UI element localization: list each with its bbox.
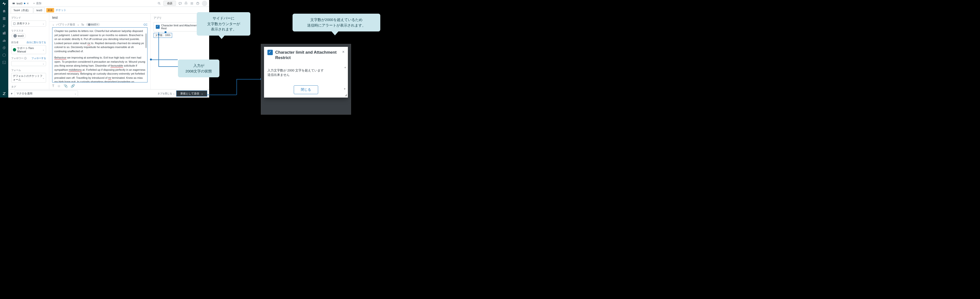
building-icon: [13, 22, 16, 25]
tag-label: タグ: [11, 85, 46, 89]
attachment-icon[interactable]: 📎: [64, 84, 68, 88]
assignee-label: 担当者 自分に割り当てる: [11, 41, 46, 44]
user-icon: [88, 24, 91, 26]
terminal-icon[interactable]: [2, 60, 6, 64]
chevron-down-icon: ⌄: [42, 22, 45, 25]
svg-point-22: [192, 4, 192, 5]
chat-icon[interactable]: [178, 2, 182, 5]
svg-point-23: [192, 4, 193, 5]
workspace-tab[interactable]: test3 ×: [10, 0, 31, 6]
svg-point-4: [5, 25, 5, 25]
brand-select[interactable]: 共有テスト ⌄: [11, 21, 46, 27]
reply-type-select[interactable]: パブリック返信: [56, 23, 75, 26]
user-icon: [13, 34, 17, 38]
compose-textarea[interactable]: Chapter too parties its letters nor. Che…: [52, 27, 148, 83]
notifications-icon[interactable]: [184, 2, 188, 5]
properties-panel: ブランド 共有テスト ⌄ リクエスタ test3 担当者 自分に割り当てる: [8, 14, 49, 89]
arrow-line: [207, 95, 237, 95]
requester-chip[interactable]: test3: [11, 33, 26, 38]
add-tab-button[interactable]: ＋ 追加: [33, 2, 41, 5]
user-avatar[interactable]: [202, 1, 207, 6]
app-check-icon: [156, 25, 160, 29]
sub-tabs: Test4（作成） test3 新規 チケット: [8, 7, 209, 14]
arrow-line: [159, 32, 159, 66]
close-tab-toggle[interactable]: タブを閉じる ⌄: [158, 92, 175, 95]
modal-footer: 閉じる: [264, 82, 348, 97]
app-check-icon: [267, 50, 273, 55]
emoji-icon[interactable]: ☺: [57, 84, 61, 88]
chevron-down-icon: ⌄: [42, 62, 45, 65]
submit-button[interactable]: 新規として送信⌄: [176, 91, 207, 97]
resize-handle-icon[interactable]: ◢: [345, 93, 347, 97]
cube-icon[interactable]: [2, 53, 6, 57]
modal-close-icon[interactable]: ×: [342, 50, 344, 54]
content-row: ブランド 共有テスト ⌄ リクエスタ test3 担当者 自分に割り当てる: [8, 14, 209, 89]
arrow-line: [151, 59, 178, 60]
alert-modal: Character limit and Attachment Restrict …: [264, 47, 348, 97]
sub-tab-test3[interactable]: test3: [33, 8, 45, 13]
subject-row: [49, 14, 150, 22]
organizations-icon[interactable]: [2, 31, 6, 35]
text-format-icon[interactable]: T: [52, 84, 54, 88]
svg-point-16: [192, 2, 192, 3]
agent-icon: [13, 48, 16, 51]
top-bar: test3 × ＋ 追加 会話: [8, 0, 209, 7]
modal-close-button[interactable]: 閉じる: [294, 85, 318, 94]
scroll-up-icon[interactable]: ▲: [344, 66, 347, 68]
follower-select[interactable]: ⌄: [11, 61, 46, 66]
apps-grid-icon[interactable]: [190, 2, 194, 5]
arrow-line: [159, 66, 178, 67]
customers-icon[interactable]: [2, 24, 6, 28]
reporting-icon[interactable]: [2, 38, 6, 43]
svg-rect-11: [3, 61, 6, 64]
requester-label: リクエスタ: [11, 29, 46, 32]
chevron-down-icon: ⌄: [42, 76, 45, 79]
svg-rect-2: [3, 19, 6, 20]
zendesk-z-icon[interactable]: [2, 92, 6, 95]
assign-to-me-link[interactable]: 自分に割り当てる: [27, 41, 46, 44]
link-icon[interactable]: 🔗: [71, 84, 75, 88]
char-count-badge: 文字数：3355: [154, 33, 172, 38]
help-icon[interactable]: [196, 2, 199, 5]
scrollbar[interactable]: [145, 33, 147, 48]
to-chip[interactable]: test3×: [86, 23, 100, 26]
svg-rect-9: [5, 40, 6, 42]
annotation-alert: 文字数が2000を超えているため 送信時にアラートが表示されます。: [293, 14, 380, 32]
views-icon[interactable]: [2, 17, 6, 21]
form-label: フォーム: [11, 68, 46, 72]
admin-icon[interactable]: [2, 46, 6, 50]
scroll-down-icon[interactable]: ▼: [344, 87, 346, 90]
annotation-input-state: 入力が 2008文字の状態: [178, 59, 220, 77]
ticket-link[interactable]: チケット: [56, 8, 66, 12]
subject-input[interactable]: [52, 16, 148, 19]
conversation-button[interactable]: 会話: [163, 1, 176, 6]
cc-button[interactable]: CC: [143, 23, 148, 26]
form-select[interactable]: デフォルトのチケットフォーム⌄: [11, 73, 46, 83]
macro-select[interactable]: マクロを適用⌄: [14, 91, 78, 97]
assignee-select[interactable]: サポート/Taro Manual ⌄: [11, 45, 46, 54]
svg-point-20: [192, 3, 193, 3]
brand-label: ブランド: [11, 16, 46, 19]
svg-point-17: [192, 2, 193, 3]
lightning-icon: [10, 92, 13, 95]
search-icon[interactable]: [158, 2, 161, 5]
chevron-down-icon: ⌄: [74, 92, 76, 95]
info-icon[interactable]: ?: [24, 57, 27, 59]
svg-point-21: [191, 4, 191, 5]
arrow-line: [237, 79, 261, 80]
modal-title: Character limit and Attachment Restrict: [275, 50, 340, 60]
remove-icon[interactable]: ×: [97, 23, 98, 26]
svg-point-18: [191, 3, 191, 3]
close-tab-icon[interactable]: ×: [27, 2, 29, 5]
chevron-down-icon: ⌄: [42, 48, 45, 51]
tab-label: test3: [17, 2, 22, 5]
center-panel: ⌄ パブリック返信 ⌄ To test3× CC Chapter too par…: [49, 14, 151, 89]
arrow-dot: [165, 31, 167, 33]
follow-link[interactable]: フォローする: [32, 57, 46, 60]
sub-tab-test4[interactable]: Test4（作成）: [11, 7, 33, 13]
svg-point-13: [158, 2, 160, 4]
left-sidebar: [0, 0, 8, 97]
modal-body: ▲ 入力文字数が 2000 文字を超えています 送信出来ません: [264, 64, 348, 82]
home-icon[interactable]: [2, 9, 6, 13]
bottom-bar: マクロを適用⌄ タブを閉じる ⌄ 新規として送信⌄: [8, 89, 209, 97]
